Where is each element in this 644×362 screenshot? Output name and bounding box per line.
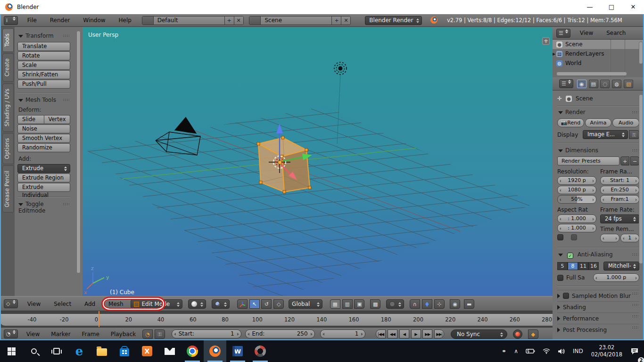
tab-shading-uvs[interactable]: Shading / UVs: [2, 83, 14, 132]
screen-layout-selector[interactable]: Default + ✕: [142, 16, 244, 25]
jump-to-end-button[interactable]: ▶▶|: [434, 329, 444, 338]
proportional-edit-dropdown[interactable]: [386, 299, 404, 309]
panel-drag-grip[interactable]: [63, 34, 69, 37]
manipulator-rotate-button[interactable]: ↺: [261, 299, 272, 309]
battery-icon[interactable]: [522, 340, 538, 362]
volume-icon[interactable]: [554, 340, 569, 362]
aa-samples-8-button[interactable]: 8: [568, 262, 578, 270]
render-animation-button[interactable]: Anima: [585, 118, 612, 127]
outliner-menu-view[interactable]: View: [574, 27, 599, 40]
menu-tl-playback[interactable]: Playback: [106, 328, 141, 341]
antialiasing-checkbox[interactable]: ✓: [567, 253, 573, 259]
use-preview-range-button[interactable]: ◔: [142, 329, 153, 339]
start-button[interactable]: [0, 340, 23, 362]
render-engine-dropdown[interactable]: Blender Render: [365, 16, 422, 25]
minimize-button[interactable]: —: [579, 0, 601, 14]
tray-clock[interactable]: 23.02 02/04/2018: [587, 344, 626, 358]
people-icon[interactable]: ⚭: [498, 340, 510, 362]
render-presets-dropdown[interactable]: Render Presets: [557, 156, 619, 165]
panel-drag-grip[interactable]: [632, 292, 638, 295]
menu-tl-marker[interactable]: Marker: [46, 328, 75, 341]
panel-drag-grip[interactable]: [632, 304, 638, 306]
crop-checkbox[interactable]: [571, 234, 577, 240]
panel-header-post-processing[interactable]: Post Processing: [557, 324, 639, 335]
orientation-dropdown[interactable]: Global: [289, 299, 322, 309]
outliner-hscrollbar[interactable]: [556, 72, 627, 76]
panel-header-antialiasing[interactable]: ✓ Anti-Aliasing: [558, 251, 639, 259]
taskbar-blender[interactable]: [204, 340, 226, 362]
taskbar-search-button[interactable]: [23, 340, 45, 362]
current-frame-indicator[interactable]: [99, 311, 99, 327]
editor-type-selector-properties[interactable]: ☰: [559, 79, 573, 88]
scene-add-button[interactable]: +: [331, 16, 341, 25]
panel-drag-grip[interactable]: [632, 326, 638, 329]
screen-layout-name[interactable]: Default: [154, 16, 224, 25]
opengl-render-button[interactable]: ◉: [450, 299, 460, 309]
menu-file[interactable]: File: [22, 14, 42, 27]
panel-drag-grip[interactable]: [632, 253, 638, 256]
scene-delete-button[interactable]: ✕: [341, 16, 350, 25]
render-context-icon[interactable]: ◉: [577, 80, 586, 88]
sync-mode-dropdown[interactable]: No Sync: [451, 329, 507, 339]
aspect-x-field[interactable]: : 1.000: [557, 214, 596, 223]
render-layers-context-icon[interactable]: ▤: [589, 80, 598, 88]
pin-icon[interactable]: ✛: [557, 95, 562, 102]
snap-target-button[interactable]: ⊹: [434, 299, 445, 309]
properties-scrollbar[interactable]: [639, 94, 643, 264]
menu-tl-frame[interactable]: Frame: [77, 328, 104, 341]
scene-selector-name[interactable]: Scene: [261, 16, 331, 25]
render-audio-button[interactable]: Audio: [612, 118, 639, 127]
extrude-region-button[interactable]: Extrude Region: [17, 173, 70, 182]
panel-header-performance[interactable]: Performance: [557, 313, 639, 324]
smooth-vertex-button[interactable]: Smooth Vertex: [17, 134, 70, 143]
scene-context-icon[interactable]: ◌: [600, 80, 610, 88]
resolution-percentage-slider[interactable]: 50%: [557, 195, 596, 204]
aspect-y-field[interactable]: : 1.000: [557, 224, 596, 232]
world-context-icon[interactable]: ◍: [612, 80, 621, 88]
panel-header-mesh-tools[interactable]: Mesh Tools: [18, 97, 70, 103]
randomize-button[interactable]: Randomize: [17, 143, 70, 152]
record-button[interactable]: [513, 329, 522, 339]
outliner-menu-search[interactable]: Search: [601, 27, 631, 40]
notification-center-button[interactable]: 2: [627, 340, 642, 362]
wifi-icon[interactable]: [539, 340, 553, 362]
preset-add-button[interactable]: +: [620, 156, 629, 165]
taskbar-store[interactable]: [113, 340, 136, 362]
panel-drag-grip[interactable]: [632, 111, 638, 114]
resolution-x-field[interactable]: 1920 p: [557, 176, 596, 185]
frame-start-prop-field[interactable]: Start: 1: [600, 176, 639, 185]
select-mode-face-button[interactable]: ▣: [354, 299, 364, 309]
panel-header-dimensions[interactable]: Dimensions: [558, 147, 639, 154]
panel-header-shading[interactable]: Shading: [557, 301, 639, 313]
frame-start-field[interactable]: Start:1: [172, 329, 241, 338]
shrink-fatten-button[interactable]: Shrink/Fatten: [17, 70, 70, 79]
pivot-dropdown[interactable]: [212, 299, 230, 309]
aa-size-field[interactable]: 1.000 p: [593, 273, 639, 282]
panel-header-render[interactable]: Render: [558, 109, 639, 115]
outliner-item-renderlayers[interactable]: ▶ ▤ RenderLayers: [553, 49, 644, 58]
vertex-slide-button[interactable]: Vertex: [44, 115, 71, 124]
preset-remove-button[interactable]: −: [630, 156, 639, 165]
menu-tl-view[interactable]: View: [22, 328, 44, 341]
outliner-item-world[interactable]: ◍ World: [553, 58, 644, 68]
aa-filter-dropdown[interactable]: Mitchell-: [603, 262, 639, 271]
panel-drag-grip[interactable]: [632, 315, 638, 318]
menu-render[interactable]: Render: [44, 14, 76, 27]
select-mode-vertex-button[interactable]: ▦: [330, 299, 340, 309]
editor-type-selector-info[interactable]: i: [4, 16, 18, 25]
outliner-item-scene[interactable]: ● Scene: [553, 40, 644, 49]
taskbar-file-explorer[interactable]: [91, 340, 113, 362]
frame-step-field[interactable]: Fram:1: [600, 195, 639, 204]
snap-toggle-button[interactable]: ∩: [410, 299, 420, 309]
language-indicator[interactable]: IND: [570, 340, 586, 362]
scale-button[interactable]: Scale: [17, 61, 70, 70]
task-view-button[interactable]: [45, 340, 68, 362]
screen-layout-add-button[interactable]: +: [224, 16, 234, 25]
tab-grease-pencil[interactable]: Grease Pencil: [2, 165, 14, 213]
panel-header-toggle-editmode[interactable]: Toggle Editmode: [18, 201, 70, 214]
manipulator-scale-button[interactable]: ◇: [273, 299, 284, 309]
panel-header-transform[interactable]: Transform: [18, 33, 70, 39]
motion-blur-checkbox[interactable]: [563, 293, 569, 299]
translate-button[interactable]: Translate: [17, 42, 70, 51]
next-keyframe-button[interactable]: ▶▶: [422, 329, 432, 338]
